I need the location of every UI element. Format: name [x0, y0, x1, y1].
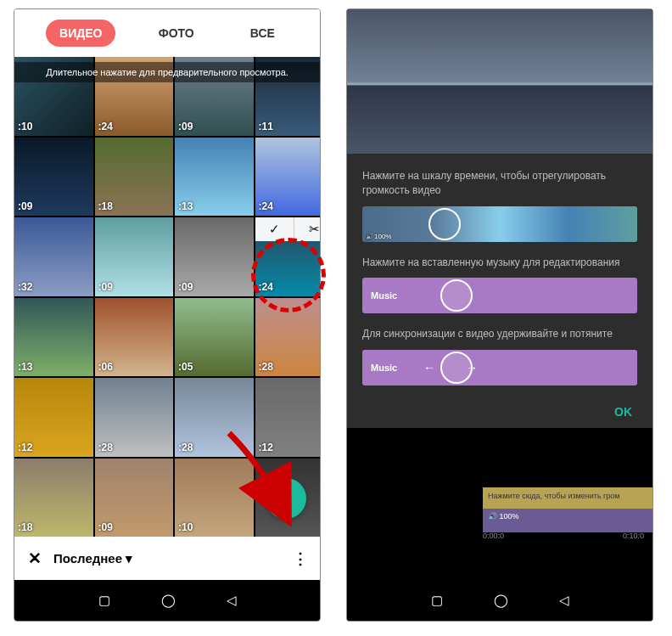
nav-recent-icon[interactable]: ▢ — [431, 593, 443, 608]
time-start: 0:00:0 — [483, 532, 504, 540]
video-timeline-sample[interactable]: 🔊100% — [362, 206, 637, 242]
more-menu-icon[interactable]: ⋮ — [293, 549, 306, 568]
album-dropdown[interactable]: Последнее ▾ — [53, 551, 132, 566]
video-thumbnail[interactable]: :24✓✂ — [255, 217, 321, 296]
duration-label: :09 — [18, 200, 32, 212]
editor-timeline: Нажмите сюда, чтобы изменить гром 🔊 100%… — [347, 428, 652, 580]
duration-label: :28 — [178, 442, 193, 453]
duration-label: :10 — [178, 521, 193, 533]
video-preview[interactable] — [347, 9, 652, 154]
tip-text-2: Нажмите на вставленную музыку для редакт… — [362, 256, 637, 270]
video-thumbnail[interactable]: :24 — [255, 138, 321, 217]
video-thumbnail[interactable]: :18 — [95, 138, 174, 217]
duration-label: :09 — [178, 121, 193, 132]
volume-label: 🔊100% — [366, 233, 391, 240]
tutorial-dialog: Нажмите на шкалу времени, чтобы отрегули… — [347, 154, 652, 428]
editor-screen: Нажмите на шкалу времени, чтобы отрегули… — [346, 8, 653, 622]
duration-label: :13 — [18, 361, 32, 373]
music-track-sample-1[interactable]: Music — [362, 278, 637, 313]
video-grid: :10:24:09:11:09:18:13:24:32:09:09:24✓✂:1… — [14, 57, 320, 537]
duration-label: :18 — [18, 521, 32, 533]
duration-label: :13 — [178, 200, 193, 212]
tip-text-1: Нажмите на шкалу времени, чтобы отрегули… — [362, 169, 637, 198]
video-thumbnail[interactable]: :09 — [175, 217, 254, 296]
video-thumbnail[interactable]: :13 — [14, 298, 93, 377]
nav-back-icon[interactable]: ◁ — [227, 593, 237, 608]
trim-icon[interactable]: ✂ — [294, 217, 320, 241]
duration-label: :12 — [259, 442, 273, 453]
duration-label: :09 — [178, 281, 193, 293]
nav-recent-icon[interactable]: ▢ — [98, 593, 110, 608]
android-nav-bar: ▢ ◯ ◁ — [14, 580, 320, 621]
video-thumbnail[interactable]: :09 — [95, 217, 174, 296]
duration-label: :24 — [259, 281, 273, 293]
video-thumbnail[interactable]: :32 — [14, 217, 93, 296]
audio-track[interactable]: 🔊 100% — [483, 509, 652, 532]
tab-all[interactable]: ВСЕ — [237, 20, 288, 47]
video-thumbnail[interactable]: :28 — [255, 298, 321, 377]
duration-label: :24 — [259, 200, 273, 212]
tab-photo[interactable]: ФОТО — [145, 20, 208, 47]
duration-label: :11 — [259, 121, 273, 132]
timeline-knob[interactable] — [428, 208, 461, 240]
duration-label: :32 — [18, 281, 32, 293]
bottom-bar: ✕ Последнее ▾ ⋮ — [14, 537, 320, 580]
music-drag-knob[interactable] — [440, 352, 473, 384]
ok-button[interactable]: OK — [609, 404, 637, 419]
video-thumbnail[interactable]: :18 — [14, 459, 93, 538]
duration-label: :12 — [18, 442, 32, 453]
video-thumbnail[interactable]: :28 — [95, 378, 174, 457]
thumbnail-actions: ✓✂ — [255, 217, 321, 241]
duration-label: :09 — [98, 281, 113, 293]
video-thumbnail[interactable]: :09 — [14, 138, 93, 217]
video-thumbnail[interactable]: :13 — [175, 138, 254, 217]
tip-text-3: Для синхронизации с видео удерживайте и … — [362, 327, 637, 341]
duration-label: :28 — [259, 361, 273, 373]
duration-label: :28 — [98, 442, 113, 453]
nav-back-icon[interactable]: ◁ — [559, 593, 569, 608]
android-nav-bar: ▢ ◯ ◁ — [347, 580, 652, 621]
duration-label: :24 — [98, 121, 113, 132]
gallery-screen: ВИДЕО ФОТО ВСЕ Длительное нажатие для пр… — [14, 8, 321, 622]
duration-label: :06 — [98, 361, 113, 373]
long-press-hint: Длительное нажатие для предварительного … — [14, 62, 320, 82]
nav-home-icon[interactable]: ◯ — [494, 593, 508, 608]
nav-home-icon[interactable]: ◯ — [161, 593, 176, 608]
video-thumbnail[interactable]: :09 — [95, 459, 174, 538]
select-icon[interactable]: ✓ — [255, 217, 295, 241]
time-end: 0:10:0 — [623, 532, 644, 540]
tab-video[interactable]: ВИДЕО — [46, 20, 115, 47]
video-thumbnail[interactable]: :12 — [14, 378, 93, 457]
video-thumbnail[interactable]: :05 — [175, 298, 254, 377]
duration-label: :10 — [18, 121, 32, 132]
media-tabs: ВИДЕО ФОТО ВСЕ — [14, 9, 320, 57]
video-thumbnail[interactable]: :28 — [175, 378, 254, 457]
video-thumbnail[interactable]: :12 — [255, 378, 321, 457]
video-thumbnail[interactable]: :06 — [95, 298, 174, 377]
music-track-sample-2[interactable]: Music ←→ — [362, 350, 637, 386]
duration-label: :05 — [178, 361, 193, 373]
video-thumbnail[interactable]: :10 — [175, 459, 254, 538]
duration-label: :09 — [98, 521, 113, 533]
duration-label: :18 — [98, 200, 113, 212]
confirm-fab[interactable]: ✓ — [266, 478, 306, 519]
close-icon[interactable]: ✕ — [28, 549, 42, 568]
music-knob[interactable] — [440, 279, 473, 312]
